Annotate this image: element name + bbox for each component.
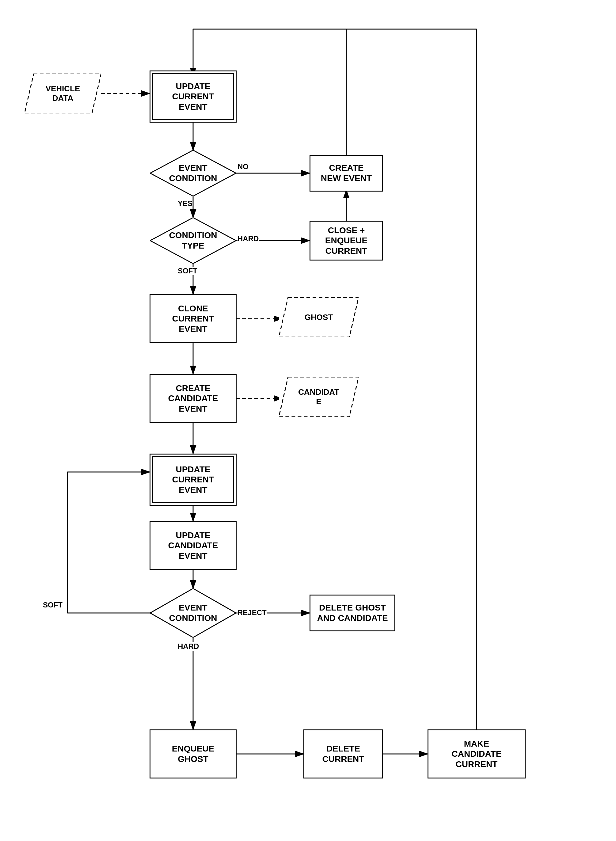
- close-enqueue-current-label: CLOSE +ENQUEUECURRENT: [325, 225, 367, 256]
- yes-label: YES: [178, 199, 192, 208]
- candidate-label: CANDIDATE: [298, 387, 339, 407]
- no-label: NO: [238, 163, 249, 171]
- flowchart-diagram: VEHICLEDATA UPDATECURRENTEVENT EVENTCOND…: [0, 0, 616, 841]
- update-current-event-1-node: UPDATECURRENTEVENT: [150, 70, 236, 123]
- condition-type-node: CONDITIONTYPE: [150, 217, 236, 264]
- create-new-event-label: CREATENEW EVENT: [321, 163, 372, 183]
- hard2-label: HARD: [178, 642, 199, 651]
- vehicle-data-label: VEHICLEDATA: [45, 84, 80, 103]
- enqueue-ghost-node: ENQUEUEGHOST: [150, 729, 236, 778]
- update-candidate-event-label: UPDATECANDIDATEEVENT: [168, 530, 218, 561]
- create-new-event-node: CREATENEW EVENT: [309, 155, 383, 192]
- flow-lines: [0, 0, 616, 841]
- event-condition-1-node: EVENTCONDITION: [150, 150, 236, 196]
- make-candidate-current-node: MAKECANDIDATECURRENT: [428, 729, 526, 778]
- reject-label: REJECT: [238, 608, 267, 617]
- create-candidate-event-label: CREATECANDIDATEEVENT: [168, 383, 218, 414]
- clone-current-event-label: CLONECURRENTEVENT: [172, 304, 214, 335]
- event-condition-1-label: EVENTCONDITION: [169, 163, 217, 183]
- close-enqueue-current-node: CLOSE +ENQUEUECURRENT: [309, 221, 383, 261]
- ghost-node: GHOST: [279, 297, 359, 337]
- hard-label: HARD: [238, 235, 259, 243]
- condition-type-label: CONDITIONTYPE: [169, 230, 217, 251]
- delete-ghost-and-candidate-label: DELETE GHOSTAND CANDIDATE: [317, 603, 388, 623]
- clone-current-event-node: CLONECURRENTEVENT: [150, 294, 236, 343]
- create-candidate-event-node: CREATECANDIDATEEVENT: [150, 374, 236, 423]
- update-candidate-event-node: UPDATECANDIDATEEVENT: [150, 521, 236, 570]
- delete-ghost-and-candidate-node: DELETE GHOSTAND CANDIDATE: [309, 594, 395, 631]
- event-condition-2-label: EVENTCONDITION: [169, 603, 217, 623]
- ghost-label: GHOST: [305, 313, 333, 322]
- candidate-node: CANDIDATE: [279, 377, 359, 417]
- update-current-event-1-label: UPDATECURRENTEVENT: [172, 81, 214, 112]
- make-candidate-current-label: MAKECANDIDATECURRENT: [452, 739, 502, 770]
- delete-current-node: DELETECURRENT: [304, 729, 383, 778]
- update-current-event-2-label: UPDATECURRENTEVENT: [172, 464, 214, 495]
- soft-label: SOFT: [178, 267, 197, 275]
- update-current-event-2-node: UPDATECURRENTEVENT: [150, 454, 236, 506]
- delete-current-label: DELETECURRENT: [323, 744, 364, 764]
- soft2-label: SOFT: [43, 601, 63, 609]
- event-condition-2-node: EVENTCONDITION: [150, 589, 236, 637]
- vehicle-data-node: VEHICLEDATA: [25, 73, 101, 113]
- enqueue-ghost-label: ENQUEUEGHOST: [172, 744, 214, 764]
